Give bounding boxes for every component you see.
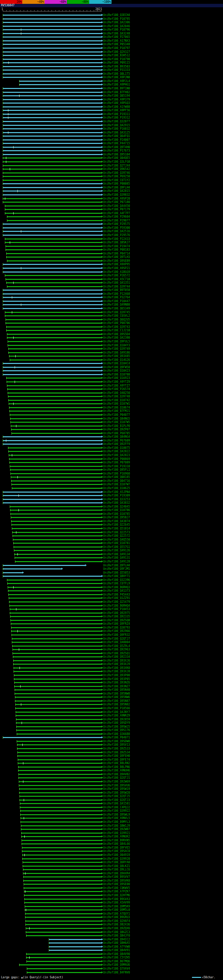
hit-bar[interactable] [3,114,101,115]
hit-label[interactable]: UniRef100_Q55053 [103,571,130,574]
hit-bar[interactable] [11,623,101,624]
hit-bar[interactable] [13,539,101,540]
hit-label[interactable]: UniRef100_Q9FW58 [103,366,130,369]
hit-bar[interactable] [22,847,101,848]
hit-label[interactable]: UniRef100_Q95N87 [103,700,130,703]
hit-label[interactable]: UniRef100_P16032 [103,127,130,130]
hit-bar[interactable] [6,249,101,250]
hit-bar[interactable] [3,367,101,368]
hit-bar[interactable] [10,473,101,474]
hit-bar[interactable] [15,704,101,705]
hit-label[interactable]: UniRef100_A9P379 [103,98,130,101]
hit-label[interactable]: UniRef100_Q39744 [103,285,130,288]
hit-label[interactable]: UniRef100_B6RHQ3 [103,586,130,589]
hit-bar[interactable] [3,492,101,493]
hit-bar[interactable] [3,444,101,445]
hit-bar[interactable] [3,44,101,45]
hit-label[interactable]: UniRef100_Q5Z9L4 [103,644,130,648]
hit-label[interactable]: UniRef100_Q4JNY7 [103,711,130,714]
hit-label[interactable]: UniRef100_Q49131 [103,556,130,559]
hit-bar[interactable] [7,260,101,261]
hit-bar[interactable] [12,528,101,529]
hit-label[interactable]: UniRef100_Q14G26 [103,358,130,361]
hit-label[interactable]: UniRef100_A9PJN8 [103,76,130,79]
hit-bar[interactable] [3,22,101,23]
hit-label[interactable]: UniRef100_A9PGQ3 [103,102,130,105]
hit-label[interactable]: UniRef100_Q43248 [103,32,130,35]
hit-label[interactable]: UniRef100_P10447 [103,300,130,303]
hit-bar[interactable] [10,418,101,419]
hit-label[interactable]: UniRef100_Q9TLH4 [103,564,130,567]
hit-label[interactable]: UniRef100_B9T058 [103,288,130,292]
hit-bar[interactable] [49,939,101,940]
hit-label[interactable]: UniRef100_Q32077 [103,120,130,123]
hit-bar[interactable] [3,95,101,96]
hit-bar[interactable] [26,954,101,955]
hit-bar[interactable] [3,107,101,107]
hit-bar[interactable] [19,84,101,85]
hit-label[interactable]: UniRef100_Q92963 [103,648,130,651]
hit-bar[interactable] [7,579,101,581]
hit-label[interactable]: UniRef100_P07179 [103,208,130,211]
hit-bar[interactable] [3,26,101,27]
hit-label[interactable]: UniRef100_A9PJL4 [103,80,130,83]
hit-label[interactable]: UniRef100_O82436 [103,923,130,926]
hit-label[interactable]: UniRef100_Q64FQ1 [103,135,130,138]
hit-label[interactable]: UniRef100_Q9TLH3 [103,256,130,259]
hit-label[interactable]: UniRef100_O04919 [103,853,130,857]
hit-bar[interactable] [7,216,101,217]
hit-bar[interactable] [10,360,101,361]
hit-bar[interactable] [12,646,101,647]
hit-label[interactable]: UniRef100_Q42306 [103,21,130,24]
hit-label[interactable]: UniRef100_Q9ZS34 [103,751,130,754]
hit-label[interactable]: UniRef100_Q9FJM1 [103,567,130,571]
hit-label[interactable]: UniRef100_Q92966 [103,630,130,633]
hit-bar[interactable] [3,128,101,129]
hit-label[interactable]: UniRef100_Q92859 [103,718,130,721]
hit-label[interactable]: UniRef100_B8LRN2 [103,762,130,765]
hit-label[interactable]: UniRef100_B7FMJ1 [103,409,130,413]
hit-bar[interactable] [12,488,101,489]
hit-bar[interactable] [21,836,101,837]
hit-label[interactable]: UniRef100_P45443 [103,593,130,596]
hit-bar[interactable] [3,139,101,140]
hit-bar[interactable] [7,334,101,335]
hit-bar[interactable] [23,873,101,874]
hit-label[interactable]: UniRef100_Q43832 [103,501,130,504]
hit-label[interactable]: UniRef100_P05348 [103,43,130,46]
hit-label[interactable]: UniRef100_A17NX3 [103,39,130,42]
hit-bar[interactable] [7,385,101,386]
hit-bar[interactable] [25,909,101,910]
hit-label[interactable]: UniRef100_B9T1N0 [103,87,130,90]
hit-bar[interactable] [19,785,101,786]
hit-bar[interactable] [14,686,101,687]
hit-bar[interactable] [24,891,101,892]
hit-bar[interactable] [3,14,101,16]
hit-bar[interactable] [13,660,101,661]
hit-bar[interactable] [3,180,101,181]
hit-bar[interactable] [22,840,101,841]
hit-label[interactable]: UniRef100_P16960 [103,472,130,475]
hit-label[interactable]: UniRef100_Q92FF9 [103,442,130,445]
hit-bar[interactable] [8,587,101,588]
hit-label[interactable]: UniRef100_Q8VY71 [103,575,130,578]
hit-label[interactable]: UniRef100_Q9ZSQ8 [103,619,130,622]
hit-bar[interactable] [3,264,101,265]
hit-label[interactable]: UniRef100_Q49134 [103,553,130,556]
hit-label[interactable]: UniRef100_Q05194 [103,94,130,97]
hit-label[interactable]: UniRef100_A9NRZ9 [103,714,130,717]
hit-bar[interactable] [26,924,101,925]
hit-label[interactable]: UniRef100_Q9ZS33 [103,747,130,750]
hit-bar[interactable] [3,172,101,173]
hit-bar[interactable] [6,323,101,324]
hit-label[interactable]: UniRef100_P08183 [103,248,130,251]
hit-bar[interactable] [18,752,101,753]
hit-label[interactable]: UniRef100_Q65349 [103,307,130,310]
hit-label[interactable]: UniRef100_Q10781 [103,542,130,545]
hit-label[interactable]: UniRef100_Q39921 [103,832,130,835]
hit-bar[interactable] [19,781,101,782]
hit-bar[interactable] [15,697,101,698]
hit-label[interactable]: UniRef100_B8LPN6 [103,765,130,768]
hit-bar[interactable] [6,330,101,331]
hit-bar[interactable] [3,176,101,177]
